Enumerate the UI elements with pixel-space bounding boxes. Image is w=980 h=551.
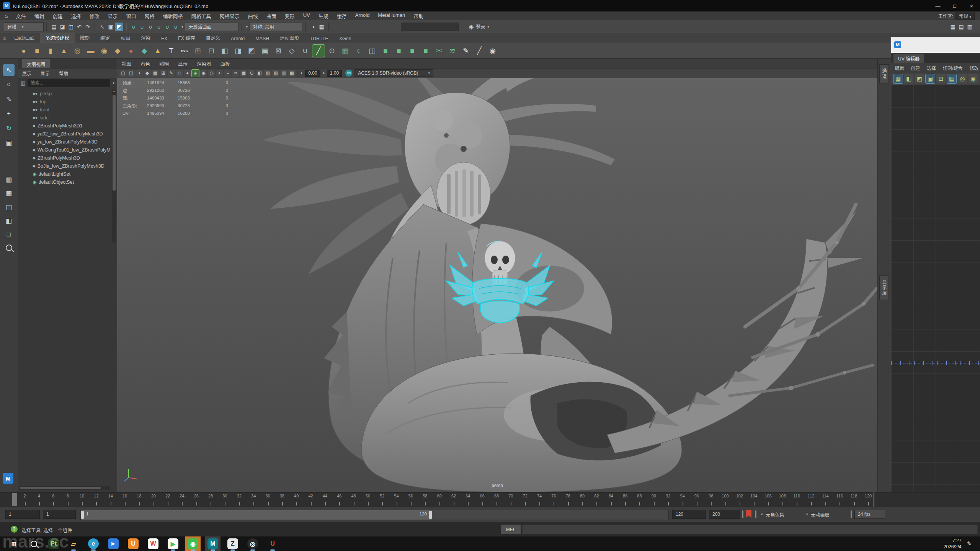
subdiv-proxy-icon[interactable]: ▲	[152, 45, 164, 57]
shelf-tab[interactable]: 雕刻	[75, 33, 95, 43]
outliner-item[interactable]: ◉defaultObjectSet	[18, 178, 111, 186]
layout-persp-outliner-icon[interactable]: ◧	[3, 215, 15, 227]
search-button[interactable]	[26, 536, 41, 551]
field-chart-icon[interactable]: ▨	[264, 70, 271, 77]
move-tool-icon[interactable]: +	[3, 108, 15, 119]
view-transform-toggle[interactable]: ON	[345, 70, 352, 77]
uv-snapshot-icon[interactable]: ◉	[969, 74, 978, 83]
image-plane-icon[interactable]: ▤	[152, 70, 159, 77]
gamma-icon[interactable]: ◑	[322, 70, 325, 76]
depth-of-field-icon[interactable]: ⊙	[248, 70, 255, 77]
combine-icon[interactable]: ◧	[219, 45, 231, 57]
outliner-item[interactable]: ■◄side	[18, 114, 111, 122]
viewport-menu-item[interactable]: 显示	[173, 60, 192, 67]
uv-canvas[interactable]	[891, 85, 980, 492]
snap-to-curves-icon[interactable]: ∪	[138, 23, 146, 31]
menu-item[interactable]: 曲线	[244, 12, 262, 20]
uv-unfold-icon[interactable]: ◩	[915, 74, 924, 83]
shelf-tab[interactable]: FX	[156, 34, 173, 43]
snap-to-projected-center-icon[interactable]: ∪	[155, 23, 163, 31]
quad-draw-icon[interactable]: ▦	[339, 45, 351, 57]
range-slider-track[interactable]: 1 120	[80, 510, 669, 520]
uv-border-icon[interactable]: ▣	[926, 74, 935, 83]
taskbar-clock[interactable]: 7:27 2026/2/4	[944, 538, 962, 550]
menu-item[interactable]: 帮助	[409, 12, 428, 20]
uv-checker-icon[interactable]: ▦	[947, 74, 956, 83]
shelf-tab[interactable]: 渲染	[136, 33, 156, 43]
multisample-icon[interactable]: ▦	[240, 70, 247, 77]
list-layout-icon[interactable]: ▤	[957, 23, 965, 31]
wireframe-mode-icon[interactable]: ◇	[176, 70, 183, 77]
menu-item[interactable]: 文件	[11, 12, 30, 20]
textured-mode-icon[interactable]: ◉	[200, 70, 207, 77]
chevron-down-icon[interactable]: ▾	[181, 25, 183, 29]
paint-select-tool-icon[interactable]: ✎	[3, 93, 15, 105]
chevron-down-icon[interactable]: ▾	[246, 25, 248, 29]
open-scene-icon[interactable]: ◪	[58, 23, 67, 31]
smooth-shade-icon[interactable]: ●	[184, 70, 191, 77]
outliner-item[interactable]: ■◄front	[18, 106, 111, 114]
save-scene-icon[interactable]: ◫	[67, 23, 75, 31]
lock-camera-icon[interactable]: ◫	[127, 70, 135, 77]
current-time-field[interactable]: 1	[43, 510, 76, 519]
edge-app[interactable]: e	[86, 536, 101, 551]
poly-torus-icon[interactable]: ◎	[71, 45, 83, 57]
wps-app[interactable]: W	[145, 536, 161, 551]
select-by-object-icon[interactable]: ▣	[106, 23, 115, 31]
obs-app[interactable]: ◎	[245, 536, 260, 551]
redo-icon[interactable]: ↷	[83, 23, 92, 31]
poly-cube-icon[interactable]: ■	[31, 45, 43, 57]
outliner-item[interactable]: ◆ZBrushPolyMesh3D	[18, 154, 111, 162]
filter-icon[interactable]: ▥	[20, 80, 25, 86]
bevel-icon[interactable]: ◇	[286, 45, 298, 57]
isolate-select-icon[interactable]: ◧	[256, 70, 263, 77]
shelf-tab[interactable]: TURTLE	[304, 34, 333, 43]
anim-layer-selector[interactable]: ▾ 无动画层	[806, 510, 848, 519]
film-gate-icon[interactable]: ▥	[280, 70, 287, 77]
boolean-union-icon[interactable]: ⊞	[192, 45, 204, 57]
camera-attributes-icon[interactable]: ◑	[136, 70, 143, 77]
layout-single-pane-icon[interactable]: ▥	[3, 174, 15, 185]
select-camera-icon[interactable]: ▢	[119, 70, 127, 77]
shelf-tab[interactable]: FX 缓存	[173, 33, 200, 43]
poly-cylinder-icon[interactable]: ▮	[44, 45, 57, 57]
snap-to-grids-icon[interactable]: ∪	[129, 23, 138, 31]
viewport-menu-item[interactable]: 渲染器	[192, 60, 216, 67]
range-end-handle[interactable]	[429, 511, 432, 519]
shelf-tab[interactable]: 自定义	[201, 33, 226, 43]
bridge-icon[interactable]: ∪	[299, 45, 311, 57]
motion-blur-icon[interactable]: ≋	[232, 70, 239, 77]
view-transform-selector[interactable]: ACES 1.0 SDR-video (sRGB) ▾	[354, 69, 433, 77]
menu-item[interactable]: 窗口	[122, 12, 140, 20]
zoom-icon[interactable]	[3, 242, 15, 253]
viewport-menu-item[interactable]: 着色	[136, 60, 155, 67]
occlusion-icon[interactable]: ◒	[224, 70, 231, 77]
construction-history-icon[interactable]: ◑	[309, 23, 317, 31]
menu-item[interactable]: 选择	[67, 12, 85, 20]
copy-uvs-icon[interactable]: ■	[393, 45, 405, 57]
minimize-button[interactable]: —	[929, 0, 946, 11]
outliner-item[interactable]: ■◄persp	[18, 90, 111, 98]
outliner-menu-item[interactable]: 帮助	[55, 70, 72, 77]
layout-four-pane-icon[interactable]: ▦	[3, 187, 15, 199]
uv-menu-item[interactable]: 选择	[923, 65, 939, 71]
uv-shell-icon[interactable]: ◧	[904, 74, 913, 83]
outliner-item[interactable]: ■◄top	[18, 98, 111, 106]
creature-model[interactable]	[117, 59, 877, 492]
exposure-field[interactable]: 0.00	[305, 70, 320, 77]
menu-item[interactable]: 创建	[49, 12, 67, 20]
transfer-attributes-icon[interactable]: ■	[379, 45, 392, 57]
poly-sphere-icon[interactable]: ●	[18, 45, 30, 57]
maya-app[interactable]: M	[205, 536, 220, 551]
menu-item[interactable]: 缓存	[333, 12, 351, 20]
file-explorer-app[interactable]: ▱	[66, 536, 81, 551]
undo-icon[interactable]: ↶	[75, 23, 83, 31]
fill-hole-icon[interactable]: ▣	[259, 45, 271, 57]
outliner-item[interactable]: ◆WuGongTou01_low_ZBrushPolyM	[18, 146, 111, 154]
poly-plane-icon[interactable]: ▬	[85, 45, 97, 57]
uv-menu-item[interactable]: 切割/缝合	[939, 65, 966, 71]
animation-end-field[interactable]: 200	[709, 510, 740, 519]
shadows-icon[interactable]: ◐	[216, 70, 223, 77]
layout-two-pane-icon[interactable]: ◫	[3, 201, 15, 213]
playback-range-bar[interactable]: 1 120	[81, 510, 432, 520]
